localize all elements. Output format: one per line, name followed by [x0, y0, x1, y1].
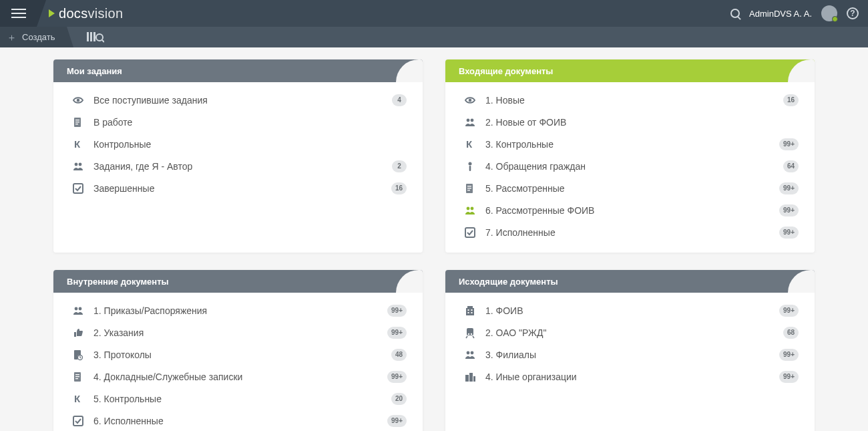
list-item-label: 3. Филиалы — [481, 349, 779, 360]
list-item[interactable]: 4. Иные организации99+ — [459, 366, 801, 388]
plus-icon: ＋ — [7, 32, 17, 42]
list-item[interactable]: 6. Исполненные99+ — [67, 410, 409, 431]
count-badge: 99+ — [779, 138, 799, 150]
list-item[interactable]: 2. ОАО "РЖД"68 — [459, 321, 801, 343]
list-item-label: Задания, где Я - Автор — [89, 161, 392, 172]
card-header[interactable]: Входящие документы — [445, 59, 815, 82]
card: Мои заданияВсе поступившие задания4В раб… — [53, 59, 423, 253]
logo-text-left: docs — [59, 6, 87, 21]
menu-button[interactable] — [0, 0, 37, 27]
list-item[interactable]: 4. Обращения граждан64 — [459, 155, 801, 177]
doc-edit-icon — [459, 182, 481, 194]
count-badge: 16 — [783, 94, 799, 106]
list-item-label: 5. Рассмотренные — [481, 183, 779, 194]
people-icon — [459, 116, 481, 128]
list-item[interactable]: Контрольные — [67, 133, 409, 155]
list-item-label: Все поступившие задания — [89, 95, 392, 106]
count-badge: 68 — [783, 327, 799, 339]
list-item[interactable]: 2. Указания99+ — [67, 321, 409, 343]
card-title: Мои задания — [67, 66, 122, 76]
doc-edit-icon — [67, 116, 89, 128]
list-item-label: 4. Обращения граждан — [481, 161, 783, 172]
check-icon — [459, 227, 481, 239]
card-title: Внутренние документы — [67, 277, 169, 287]
list-item[interactable]: 3. Протоколы48 — [67, 343, 409, 366]
help-icon[interactable]: ? — [847, 7, 859, 19]
svg-rect-2 — [93, 32, 95, 41]
list-item-label: Контрольные — [89, 139, 409, 150]
topbar: docsvision AdminDVS A. A. ? — [0, 0, 868, 27]
library-search-button[interactable] — [87, 31, 104, 44]
card-header[interactable]: Исходящие документы — [445, 270, 815, 293]
list-item[interactable]: Все поступившие задания4 — [67, 89, 409, 111]
count-badge: 99+ — [779, 305, 799, 317]
svg-line-4 — [102, 40, 104, 42]
list-item[interactable]: 3. Контрольные99+ — [459, 133, 801, 155]
search-icon[interactable] — [730, 9, 740, 18]
list-item-label: 6. Исполненные — [89, 416, 387, 426]
create-button[interactable]: ＋ Создать — [0, 27, 67, 47]
card-header[interactable]: Внутренние документы — [53, 270, 423, 293]
logo-text-right: vision — [87, 6, 123, 21]
list-item[interactable]: 5. Контрольные20 — [67, 388, 409, 410]
list-item[interactable]: 1. ФОИВ99+ — [459, 299, 801, 321]
list-item[interactable]: 6. Рассмотренные ФОИВ99+ — [459, 199, 801, 221]
count-badge: 4 — [392, 94, 407, 106]
list-item-label: 1. Новые — [481, 95, 783, 106]
list-item-label: Завершенные — [89, 183, 391, 194]
people-icon — [459, 204, 481, 217]
card-header[interactable]: Мои задания — [53, 59, 423, 82]
card-title: Входящие документы — [459, 66, 553, 76]
list-item[interactable]: 5. Рассмотренные99+ — [459, 177, 801, 199]
list-item-label: 3. Контрольные — [481, 139, 779, 150]
eye-icon — [67, 94, 89, 106]
list-item[interactable]: 4. Докладные/Служебные записки99+ — [67, 366, 409, 388]
card: Внутренние документы1. Приказы/Распоряже… — [53, 270, 423, 431]
people-icon — [459, 349, 481, 361]
list-item-label: 2. Новые от ФОИВ — [481, 117, 801, 128]
list-item-label: 1. Приказы/Распоряжения — [89, 305, 387, 316]
doc-clock-icon — [67, 349, 89, 361]
list-item[interactable]: В работе — [67, 111, 409, 133]
list-item[interactable]: Завершенные16 — [67, 177, 409, 199]
count-badge: 48 — [391, 349, 407, 361]
list-item-label: 6. Рассмотренные ФОИВ — [481, 205, 779, 216]
list-item[interactable]: 2. Новые от ФОИВ — [459, 111, 801, 133]
list-item[interactable]: 3. Филиалы99+ — [459, 343, 801, 366]
list-item-label: 1. ФОИВ — [481, 305, 779, 316]
list-item[interactable]: 7. Исполненные99+ — [459, 221, 801, 243]
svg-rect-1 — [90, 32, 92, 41]
logo[interactable]: docsvision — [49, 6, 123, 21]
create-label: Создать — [22, 32, 55, 42]
card-title: Исходящие документы — [459, 277, 558, 287]
list-item[interactable]: 1. Новые16 — [459, 89, 801, 111]
count-badge: 99+ — [387, 305, 407, 317]
person-icon — [459, 160, 481, 172]
avatar[interactable] — [821, 5, 837, 21]
card-body: 1. Приказы/Распоряжения99+2. Указания99+… — [53, 293, 423, 431]
count-badge: 99+ — [387, 371, 407, 383]
count-badge: 99+ — [387, 327, 407, 339]
count-badge: 99+ — [387, 415, 407, 427]
count-badge: 16 — [391, 182, 407, 194]
list-item[interactable]: 1. Приказы/Распоряжения99+ — [67, 299, 409, 321]
check-icon — [67, 415, 89, 427]
eye-icon — [459, 94, 481, 106]
user-name[interactable]: AdminDVS A. A. — [749, 9, 812, 19]
list-item-label: 5. Контрольные — [89, 394, 391, 404]
list-item-label: 3. Протоколы — [89, 349, 391, 360]
card: Входящие документы1. Новые162. Новые от … — [445, 59, 815, 253]
count-badge: 20 — [391, 393, 407, 405]
count-badge: 64 — [783, 160, 799, 172]
list-item-label: 4. Докладные/Служебные записки — [89, 372, 387, 382]
list-item-label: 2. Указания — [89, 327, 387, 338]
people-icon — [67, 305, 89, 317]
topbar-right: AdminDVS A. A. ? — [730, 5, 868, 21]
building-icon — [459, 305, 481, 317]
list-item-label: 4. Иные организации — [481, 372, 779, 382]
card: Исходящие документы1. ФОИВ99+2. ОАО "РЖД… — [445, 270, 815, 431]
list-item[interactable]: Задания, где Я - Автор2 — [67, 155, 409, 177]
logo-chevron-icon — [49, 9, 55, 17]
decorative-triangle — [37, 0, 46, 27]
list-item-label: 2. ОАО "РЖД" — [481, 327, 783, 338]
